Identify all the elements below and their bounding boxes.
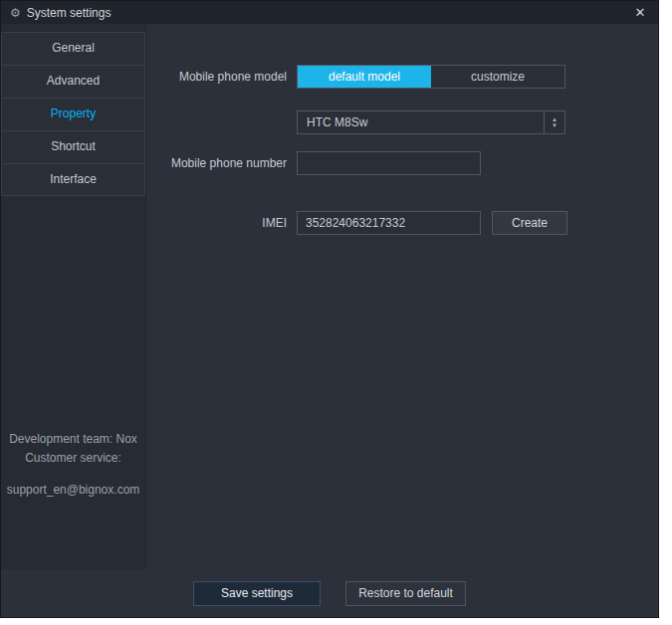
sidebar-item-interface[interactable]: Interface (1, 163, 145, 196)
sidebar: General Advanced Property Shortcut Inter… (1, 24, 146, 569)
mobile-phone-number-label: Mobile phone number (146, 151, 287, 175)
sidebar-footer: Development team: Nox Customer service: … (1, 430, 145, 569)
chevron-down-icon: ▼ (552, 122, 558, 128)
sidebar-item-general[interactable]: General (1, 32, 145, 65)
window-title: System settings (27, 6, 112, 20)
default-model-segment[interactable]: default model (298, 66, 431, 88)
phone-model-selected-value: HTC M8Sw (298, 115, 544, 129)
support-email-text: support_en@bignox.com (1, 481, 145, 500)
model-segmented-control: default model customize (297, 65, 565, 89)
select-spinner-icon[interactable]: ▲ ▼ (544, 111, 564, 133)
customize-segment[interactable]: customize (431, 66, 564, 88)
sidebar-item-property[interactable]: Property (1, 98, 145, 130)
gear-icon: ⚙ (10, 6, 21, 20)
sidebar-tabs: General Advanced Property Shortcut Inter… (1, 32, 145, 196)
mobile-phone-model-label: Mobile phone model (146, 65, 287, 89)
dialog-body: General Advanced Property Shortcut Inter… (1, 24, 658, 569)
create-imei-button[interactable]: Create (492, 211, 567, 235)
imei-label: IMEI (146, 211, 287, 235)
sidebar-item-shortcut[interactable]: Shortcut (1, 130, 145, 163)
save-settings-button[interactable]: Save settings (193, 581, 321, 606)
bottom-bar: Save settings Restore to default (1, 569, 658, 617)
close-icon[interactable]: ✕ (631, 4, 649, 22)
property-panel: Mobile phone model default model customi… (146, 24, 658, 569)
title-bar: ⚙ System settings ✕ (1, 1, 658, 24)
phone-number-input[interactable] (297, 151, 481, 175)
imei-input[interactable] (297, 211, 481, 235)
sidebar-item-advanced[interactable]: Advanced (1, 65, 145, 98)
system-settings-dialog: ⚙ System settings ✕ General Advanced Pro… (0, 0, 659, 618)
dev-team-text: Development team: Nox (1, 430, 145, 449)
phone-model-select[interactable]: HTC M8Sw ▲ ▼ (297, 110, 565, 134)
customer-service-text: Customer service: (1, 449, 145, 468)
restore-default-button[interactable]: Restore to default (345, 581, 466, 606)
